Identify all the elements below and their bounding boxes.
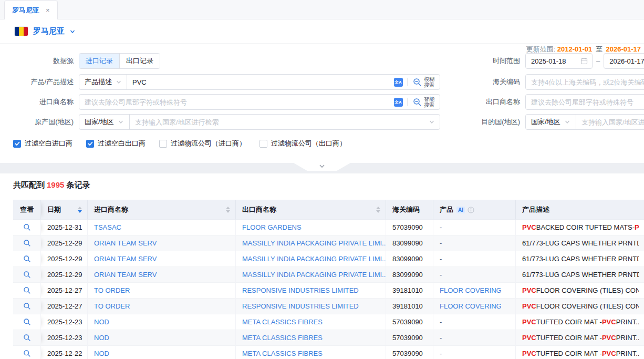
tab-title: 罗马尼亚 xyxy=(12,6,39,15)
importer-link[interactable]: NOD xyxy=(88,314,236,330)
exporter-link[interactable]: META CLASSICS FIBRES xyxy=(236,314,386,330)
importer-link[interactable]: TO ORDER xyxy=(88,299,236,314)
hs-code-label: 海关编码 xyxy=(462,74,520,90)
table-header: 查看 日期 进口商名称 出口商名称 海关编码 产品 xyxy=(13,200,644,220)
time-range-start-field xyxy=(525,53,593,69)
importer-link[interactable]: TSASAC xyxy=(88,220,236,235)
origin-label: 原产国(地区) xyxy=(0,114,74,130)
row-product[interactable]: FLOOR COVERING xyxy=(433,299,516,314)
country-header: 罗马尼亚 xyxy=(0,19,644,44)
importer-name-input[interactable] xyxy=(79,95,391,109)
exporter-link[interactable]: FLOOR GARDENS xyxy=(236,220,386,235)
row-hs-code: 39181010 xyxy=(386,299,433,314)
column-header-exporter[interactable]: 出口商名称 xyxy=(236,200,386,220)
view-details-button[interactable] xyxy=(13,346,41,359)
importer-label: 进口商名称 xyxy=(0,94,74,110)
table-row: 2025-12-29 ORIAN TEAM SERV MASSILLY INDI… xyxy=(13,235,644,251)
view-details-button[interactable] xyxy=(13,235,41,251)
row-hs-code: 83099090 xyxy=(386,267,433,283)
fuzzy-search-button[interactable]: 模糊搜索 xyxy=(410,76,440,88)
time-range-start-input[interactable] xyxy=(526,54,580,68)
exporter-label: 出口商名称 xyxy=(462,94,520,110)
row-date: 2025-12-22 xyxy=(41,346,88,359)
data-source-import-button[interactable]: 进口记录 xyxy=(79,54,119,68)
hs-code-input[interactable] xyxy=(525,74,644,90)
translate-icon[interactable]: 文A xyxy=(391,78,405,87)
column-header-importer[interactable]: 进口商名称 xyxy=(88,200,236,220)
chevron-down-icon xyxy=(565,119,570,125)
product-field: 产品描述 文A 模糊搜索 xyxy=(79,74,440,90)
row-hs-code: 57039090 xyxy=(386,220,433,235)
time-range-end-input[interactable] xyxy=(604,54,644,68)
smart-search-button[interactable]: 智能搜索 xyxy=(410,96,440,108)
row-date: 2025-12-29 xyxy=(41,235,88,251)
chevron-down-icon[interactable] xyxy=(429,119,434,125)
data-source-export-button[interactable]: 出口记录 xyxy=(119,54,160,68)
exporter-link[interactable]: META CLASSICS FIBRES xyxy=(236,346,386,359)
row-description: PVC FLOOR COVERING (TILES) CONT... xyxy=(516,283,639,299)
filter-checkbox[interactable]: 过滤空白进口商 xyxy=(13,139,72,148)
filter-checkbox[interactable]: 过滤物流公司（进口商） xyxy=(159,139,246,148)
data-source-label: 数据源 xyxy=(0,53,74,69)
sort-icons xyxy=(376,207,380,213)
view-details-button[interactable] xyxy=(13,330,41,346)
row-date: 2025-12-31 xyxy=(41,220,88,235)
view-details-button[interactable] xyxy=(13,267,41,283)
collapse-filter-button[interactable] xyxy=(294,163,350,171)
row-stub xyxy=(639,251,644,267)
country-name: 罗马尼亚 xyxy=(33,26,65,36)
row-description: PVC TUFTED COIR MAT - PVC PRINT... xyxy=(516,314,639,330)
view-details-button[interactable] xyxy=(13,251,41,267)
filter-checkbox[interactable]: 过滤物流公司（出口商） xyxy=(259,139,346,148)
close-icon[interactable]: × xyxy=(46,6,50,14)
destination-type-select[interactable]: 国家/地区 xyxy=(526,115,576,129)
product-search-input[interactable] xyxy=(127,75,391,89)
chevron-down-icon xyxy=(118,119,123,125)
row-product: - xyxy=(433,251,516,267)
view-details-button[interactable] xyxy=(13,283,41,299)
info-icon[interactable] xyxy=(468,207,474,213)
column-header-date[interactable]: 日期 xyxy=(41,200,88,220)
exporter-link[interactable]: RESPONSIVE INDUSTRIES LIMITED xyxy=(236,299,386,314)
destination-country-input[interactable] xyxy=(576,115,644,129)
exporter-link[interactable]: MASSILLY INDIA PACKAGING PRIVATE LIMI... xyxy=(236,251,386,267)
filter-checkbox[interactable]: 过滤空白出口商 xyxy=(86,139,146,148)
origin-country-input[interactable] xyxy=(130,115,429,129)
exporter-link[interactable]: MASSILLY INDIA PACKAGING PRIVATE LIMI... xyxy=(236,267,386,283)
row-hs-code: 83099090 xyxy=(386,251,433,267)
exporter-link[interactable]: META CLASSICS FIBRES xyxy=(236,330,386,346)
exporter-link[interactable]: MASSILLY INDIA PACKAGING PRIVATE LIMI... xyxy=(236,235,386,251)
data-source-toggle: 进口记录出口记录 xyxy=(79,53,160,69)
importer-link[interactable]: ORIAN TEAM SERV xyxy=(88,267,236,283)
importer-link[interactable]: TO ORDER xyxy=(88,283,236,299)
importer-link[interactable]: ORIAN TEAM SERV xyxy=(88,251,236,267)
exporter-link[interactable]: RESPONSIVE INDUSTRIES LIMITED xyxy=(236,283,386,299)
product-type-select[interactable]: 产品描述 xyxy=(79,75,127,89)
row-stub xyxy=(639,314,644,330)
importer-link[interactable]: ORIAN TEAM SERV xyxy=(88,235,236,251)
row-description: PVC BACKED COIR TUFTED MATS-P... xyxy=(516,220,639,235)
row-hs-code: 57039090 xyxy=(386,330,433,346)
importer-link[interactable]: NOD xyxy=(88,346,236,359)
row-date: 2025-12-29 xyxy=(41,251,88,267)
filter-checkbox-row: 过滤空白进口商 过滤空白出口商 过滤物流公司（进口商） 过滤物流公司（出口商） xyxy=(13,138,346,149)
view-details-button[interactable] xyxy=(13,314,41,330)
origin-field: 国家/地区 xyxy=(79,114,440,130)
row-stub xyxy=(639,330,644,346)
zoom-out-icon xyxy=(413,98,422,107)
calendar-icon[interactable] xyxy=(580,57,592,65)
origin-type-select[interactable]: 国家/地区 xyxy=(79,115,130,129)
row-description: 61/773-LUG CAPS WHETHER PRNTD... xyxy=(516,251,639,267)
exporter-name-input[interactable] xyxy=(525,94,644,110)
chevron-down-icon[interactable] xyxy=(70,29,75,34)
tab-romania[interactable]: 罗马尼亚 × xyxy=(4,1,58,19)
translate-icon[interactable]: 文A xyxy=(391,98,405,107)
row-hs-code: 83099090 xyxy=(386,235,433,251)
results-summary: 共匹配到1995条记录 xyxy=(13,180,631,190)
row-product[interactable]: FLOOR COVERING xyxy=(433,283,516,299)
table-row: 2025-12-23 NOD META CLASSICS FIBRES 5703… xyxy=(13,314,644,330)
view-details-button[interactable] xyxy=(13,299,41,314)
view-details-button[interactable] xyxy=(13,220,41,235)
time-range-end-field xyxy=(604,53,644,69)
importer-link[interactable]: NOD xyxy=(88,330,236,346)
